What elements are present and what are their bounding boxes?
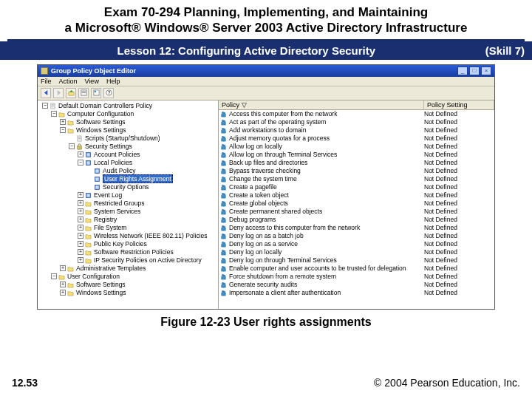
tree-node[interactable]: +Wireless Network (IEEE 802.11) Policies xyxy=(38,232,218,240)
collapse-icon[interactable]: − xyxy=(78,160,83,166)
expand-icon[interactable]: + xyxy=(60,119,66,125)
policy-name: Change the system time xyxy=(229,175,424,183)
expand-icon[interactable]: + xyxy=(78,257,83,263)
list-row[interactable]: Force shutdown from a remote systemNot D… xyxy=(219,273,494,281)
tree-pane[interactable]: −Default Domain Controllers Policy−Compu… xyxy=(38,100,219,309)
expand-icon[interactable]: + xyxy=(78,225,83,231)
list-row[interactable]: Generate security auditsNot Defined xyxy=(219,281,494,289)
expand-icon[interactable]: + xyxy=(60,290,66,296)
tree-node[interactable]: +Software Restriction Policies xyxy=(38,248,218,256)
expand-icon[interactable]: + xyxy=(78,216,83,222)
up-button[interactable] xyxy=(66,88,76,98)
list-row[interactable]: Deny log on through Terminal ServicesNot… xyxy=(219,256,494,265)
tree-node[interactable]: −Security Settings xyxy=(38,143,218,151)
col-policy[interactable]: Policy ▽ xyxy=(219,100,424,109)
tree-node[interactable]: +Software Settings xyxy=(38,118,218,126)
col-setting[interactable]: Policy Setting xyxy=(424,100,494,109)
list-pane[interactable]: Policy ▽ Policy Setting Access this comp… xyxy=(219,100,494,309)
list-row[interactable]: Add workstations to domainNot Defined xyxy=(219,126,494,134)
tree-node[interactable]: Audit Policy xyxy=(38,167,218,175)
tree-node[interactable]: −Windows Settings xyxy=(38,126,218,134)
svg-point-28 xyxy=(224,112,225,114)
list-row[interactable]: Deny log on as a batch jobNot Defined xyxy=(219,232,494,240)
list-row[interactable]: Create a pagefileNot Defined xyxy=(219,183,494,191)
expand-icon[interactable]: + xyxy=(78,249,83,255)
title-line1: Exam 70-294 Planning, Implementing, and … xyxy=(15,4,517,20)
list-row[interactable]: Deny access to this computer from the ne… xyxy=(219,224,494,232)
menu-file[interactable]: File xyxy=(41,78,52,85)
tree-label: Wireless Network (IEEE 802.11) Policies xyxy=(94,232,208,239)
tree-node[interactable]: +Event Log xyxy=(38,191,218,200)
list-row[interactable]: Act as part of the operating systemNot D… xyxy=(219,118,494,126)
collapse-icon[interactable]: − xyxy=(42,103,48,109)
properties-button[interactable] xyxy=(78,88,89,98)
svg-rect-77 xyxy=(222,244,225,247)
window-titlebar[interactable]: Group Policy Object Editor _ □ × xyxy=(38,65,494,77)
tree-node[interactable]: +IP Security Policies on Active Director… xyxy=(38,256,218,265)
expand-icon[interactable]: + xyxy=(78,151,83,157)
list-row[interactable]: Create a token objectNot Defined xyxy=(219,191,494,200)
list-row[interactable]: Back up files and directoriesNot Defined xyxy=(219,159,494,167)
tree-node[interactable]: User Rights Assignment xyxy=(38,175,218,183)
tree-node[interactable]: +Restricted Groups xyxy=(38,200,218,208)
help-button[interactable]: ? xyxy=(103,88,114,98)
collapse-icon[interactable]: − xyxy=(51,111,57,117)
list-row[interactable]: Deny log on locallyNot Defined xyxy=(219,248,494,256)
collapse-icon[interactable]: − xyxy=(51,273,57,279)
policy-setting: Not Defined xyxy=(424,281,494,288)
expand-icon[interactable]: + xyxy=(78,192,83,198)
list-row[interactable]: Debug programsNot Defined xyxy=(219,216,494,224)
policy-setting: Not Defined xyxy=(424,256,494,264)
tree-node[interactable]: −Local Policies xyxy=(38,159,218,167)
tree-node[interactable]: Scripts (Startup/Shutdown) xyxy=(38,134,218,143)
menu-action[interactable]: Action xyxy=(59,78,78,85)
tree-node[interactable]: Security Options xyxy=(38,183,218,191)
expand-icon[interactable]: + xyxy=(78,241,83,247)
policy-icon xyxy=(220,273,227,280)
list-row[interactable]: Bypass traverse checkingNot Defined xyxy=(219,167,494,175)
tree-node[interactable]: −Default Domain Controllers Policy xyxy=(38,102,218,110)
tree-label: Event Log xyxy=(94,191,122,199)
refresh-button[interactable] xyxy=(91,88,101,98)
tree-node[interactable]: +Windows Settings xyxy=(38,289,218,297)
maximize-button[interactable]: □ xyxy=(469,66,480,75)
list-header[interactable]: Policy ▽ Policy Setting xyxy=(219,100,494,110)
tree-node[interactable]: +Administrative Templates xyxy=(38,265,218,273)
back-button[interactable] xyxy=(41,88,51,98)
menu-view[interactable]: View xyxy=(85,78,99,85)
tree-node[interactable]: −User Configuration xyxy=(38,273,218,281)
policy-setting: Not Defined xyxy=(424,126,494,134)
policy-icon xyxy=(220,176,227,183)
tree-node[interactable]: −Computer Configuration xyxy=(38,110,218,118)
list-row[interactable]: Allow log on locallyNot Defined xyxy=(219,143,494,151)
expand-icon[interactable]: + xyxy=(78,233,83,239)
list-row[interactable]: Create permanent shared objectsNot Defin… xyxy=(219,208,494,216)
minimize-button[interactable]: _ xyxy=(457,66,468,75)
folder-icon xyxy=(67,119,74,126)
collapse-icon[interactable]: − xyxy=(60,127,66,133)
menu-help[interactable]: Help xyxy=(106,78,120,85)
list-row[interactable]: Change the system timeNot Defined xyxy=(219,175,494,183)
tree-node[interactable]: +Software Settings xyxy=(38,281,218,289)
list-row[interactable]: Adjust memory quotas for a processNot De… xyxy=(219,134,494,143)
list-row[interactable]: Access this computer from the networkNot… xyxy=(219,110,494,118)
list-row[interactable]: Deny log on as a serviceNot Defined xyxy=(219,240,494,248)
close-button[interactable]: × xyxy=(481,66,491,75)
policy-icon xyxy=(220,200,227,207)
list-row[interactable]: Create global objectsNot Defined xyxy=(219,200,494,208)
tree-node[interactable]: +System Services xyxy=(38,208,218,216)
expand-icon[interactable]: + xyxy=(60,265,66,271)
list-row[interactable]: Allow log on through Terminal ServicesNo… xyxy=(219,151,494,159)
tree-node[interactable]: +Account Policies xyxy=(38,151,218,159)
tree-node[interactable]: +Registry xyxy=(38,216,218,224)
expand-icon[interactable]: + xyxy=(78,208,83,214)
expand-icon[interactable]: + xyxy=(78,200,83,206)
forward-button[interactable] xyxy=(53,88,64,98)
tree-node[interactable]: +Public Key Policies xyxy=(38,240,218,248)
tree-node[interactable]: +File System xyxy=(38,224,218,232)
collapse-icon[interactable]: − xyxy=(69,143,75,149)
expand-icon[interactable]: + xyxy=(60,282,66,287)
list-row[interactable]: Impersonate a client after authenticatio… xyxy=(219,289,494,297)
list-row[interactable]: Enable computer and user accounts to be … xyxy=(219,265,494,273)
folder-icon xyxy=(85,225,92,231)
